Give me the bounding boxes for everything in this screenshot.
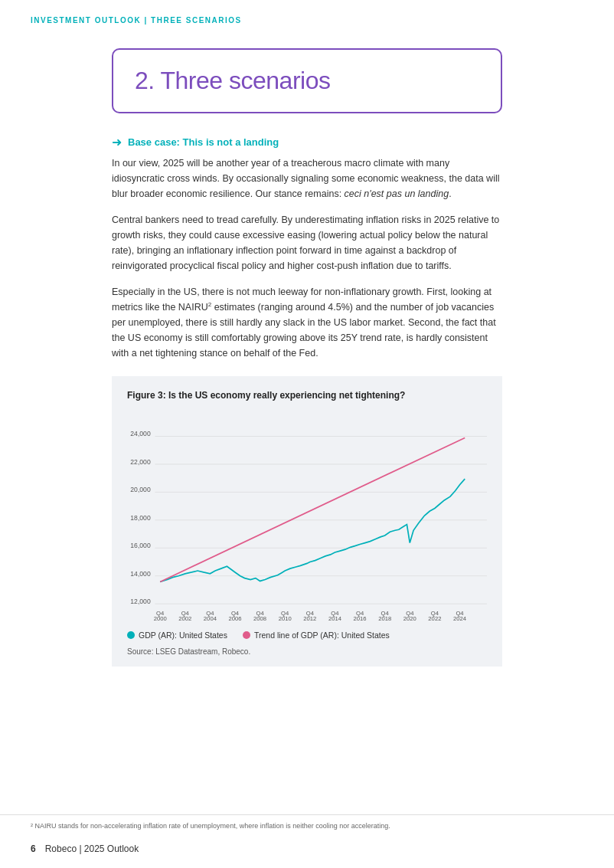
legend-dot-gdp	[127, 631, 135, 639]
paragraph-1: In our view, 2025 will be another year o…	[112, 156, 502, 201]
chapter-title: 2. Three scenarios	[135, 67, 479, 95]
section-heading: ➜ Base case: This is not a landing	[112, 135, 502, 149]
legend-item-trend: Trend line of GDP (AR): United States	[243, 631, 390, 640]
legend-label-trend: Trend line of GDP (AR): United States	[254, 631, 390, 640]
footer-brand: Robeco | 2025 Outlook	[45, 843, 139, 854]
paragraph-2: Central bankers need to tread carefully.…	[112, 212, 502, 274]
svg-text:2024: 2024	[453, 615, 467, 622]
footnote-section: ² NAIRU stands for non-accelerating infl…	[0, 814, 614, 832]
svg-line-40	[160, 437, 465, 581]
svg-text:14,000: 14,000	[130, 570, 151, 578]
chart-section: Figure 3: Is the US economy really exper…	[112, 376, 502, 667]
chart-legend: GDP (AR): United States Trend line of GD…	[127, 631, 487, 640]
svg-text:16,000: 16,000	[130, 542, 151, 549]
svg-text:2022: 2022	[428, 615, 441, 622]
legend-dot-trend	[243, 631, 250, 639]
svg-text:2004: 2004	[204, 615, 217, 622]
chapter-box: 2. Three scenarios	[112, 48, 502, 113]
chart-source: Source: LSEG Datastream, Robeco.	[127, 647, 487, 656]
svg-text:2014: 2014	[328, 615, 342, 622]
paragraph-3: Especially in the US, there is not much …	[112, 284, 502, 361]
svg-text:20,000: 20,000	[130, 486, 151, 493]
svg-text:22,000: 22,000	[130, 458, 151, 466]
svg-text:2010: 2010	[279, 615, 292, 622]
svg-text:2020: 2020	[403, 615, 416, 622]
svg-text:2018: 2018	[378, 615, 391, 622]
svg-text:2012: 2012	[303, 615, 316, 622]
svg-text:12,000: 12,000	[130, 598, 151, 605]
arrow-icon: ➜	[112, 135, 122, 149]
legend-item-gdp: GDP (AR): United States	[127, 631, 227, 640]
chart-svg: 12,000 14,000 16,000 18,000 20,000 22,00…	[127, 410, 487, 624]
main-content: 2. Three scenarios ➜ Base case: This is …	[0, 48, 614, 667]
chart-title: Figure 3: Is the US economy really exper…	[127, 390, 487, 401]
section-heading-text: Base case: This is not a landing	[128, 136, 279, 148]
svg-text:2002: 2002	[178, 615, 191, 622]
svg-text:2006: 2006	[228, 615, 241, 622]
svg-text:24,000: 24,000	[130, 430, 151, 437]
italic-phrase: ceci n'est pas un landing	[345, 188, 449, 199]
legend-label-gdp: GDP (AR): United States	[139, 631, 227, 640]
svg-text:2000: 2000	[154, 615, 167, 622]
page-header: INVESTMENT OUTLOOK | THREE SCENARIOS	[0, 0, 614, 33]
svg-text:2016: 2016	[354, 615, 367, 622]
page-footer: 6 Robeco | 2025 Outlook	[0, 843, 614, 854]
svg-text:2008: 2008	[253, 615, 266, 622]
page-number: 6	[31, 843, 36, 854]
footnote-text: ² NAIRU stands for non-accelerating infl…	[31, 821, 583, 832]
header-text: INVESTMENT OUTLOOK | THREE SCENARIOS	[31, 16, 242, 25]
svg-text:18,000: 18,000	[130, 514, 151, 522]
chart-container: 12,000 14,000 16,000 18,000 20,000 22,00…	[127, 410, 487, 624]
